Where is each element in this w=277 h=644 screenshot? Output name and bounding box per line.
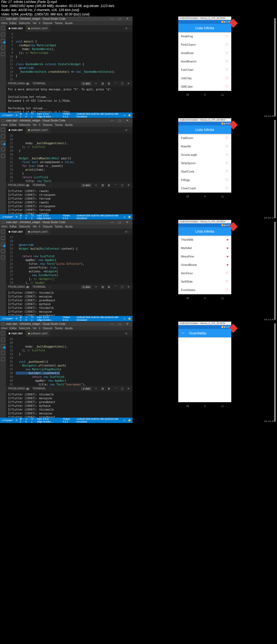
- warnings-count[interactable]: ⚠ 0: [25, 113, 29, 118]
- list-item[interactable]: AuntBranch♡: [178, 57, 231, 66]
- favorite-icon[interactable]: ♡: [225, 34, 229, 38]
- dart-version[interactable]: Dart: 2.0.0-edge.3c4dcc...: [37, 214, 61, 220]
- close-button[interactable]: ✕: [123, 17, 131, 21]
- device-selector[interactable]: Android SDK built for x86 (android-x86 E…: [77, 214, 121, 220]
- close-button[interactable]: ✕: [123, 220, 131, 224]
- feedback-button[interactable]: ☺: [123, 114, 126, 117]
- terminal[interactable]: I/flutter (19567): thickmilk I/flutter (…: [6, 392, 133, 418]
- info-count[interactable]: ⓘ 1: [31, 214, 35, 220]
- minimap[interactable]: [124, 133, 133, 182]
- panel-tab-terminal[interactable]: TERMINAL: [32, 285, 46, 288]
- sync-button[interactable]: ⟲: [15, 317, 18, 320]
- favorite-icon[interactable]: ♥: [226, 255, 229, 259]
- close-panel-button[interactable]: ✕: [127, 285, 130, 288]
- minimap[interactable]: [124, 235, 133, 284]
- menu-archivo[interactable]: chivo: [1, 327, 7, 330]
- more-icon[interactable]: ⋯: [128, 27, 131, 30]
- menu-depurar[interactable]: Depurar: [43, 225, 52, 228]
- home-button[interactable]: ○: [204, 93, 206, 96]
- tab-main-dart[interactable]: main.dart: [6, 127, 25, 133]
- panel-more[interactable]: ⋯: [49, 387, 51, 390]
- split-terminal-button[interactable]: ▥: [101, 82, 104, 85]
- menu-ver[interactable]: Ver: [33, 123, 37, 126]
- explorer-icon[interactable]: [1, 128, 5, 132]
- tab-main-dart[interactable]: main.dart: [6, 330, 25, 337]
- device-selector[interactable]: Android SDK built for x86 (android-x86 E…: [77, 316, 121, 321]
- tab-pubspec[interactable]: !pubspec.yaml: [25, 330, 50, 337]
- terminal-dropdown[interactable]: 1: dart: [81, 387, 91, 390]
- menu-ayuda[interactable]: Ayuda: [65, 123, 72, 126]
- device-selector[interactable]: Android SDK built for x86 (android-x86 E…: [77, 113, 121, 118]
- notifications-button[interactable]: 🔔: [128, 419, 131, 422]
- code-editor[interactable]: 17 18 19 20 21 22 23 24 25 26 27 28 29 3…: [6, 235, 124, 284]
- recents-button[interactable]: □: [222, 404, 223, 408]
- panel-tab-terminal[interactable]: TERMINAL: [32, 184, 46, 187]
- dart-version[interactable]: Dart: 2.0.0-edge.3c4dcc...: [37, 316, 61, 321]
- info-count[interactable]: ⓘ 1: [31, 315, 35, 322]
- minimize-button[interactable]: —: [108, 119, 116, 122]
- tab-main-dart[interactable]: main.dart: [6, 25, 25, 32]
- close-panel-button[interactable]: ✕: [127, 387, 130, 390]
- favorite-icon[interactable]: ♡: [225, 153, 229, 157]
- menu-archivo[interactable]: chivo: [1, 123, 7, 126]
- more-icon[interactable]: ⋯: [128, 332, 131, 335]
- favorite-icon[interactable]: ♡: [225, 178, 229, 182]
- warnings-count[interactable]: ⚠ 0: [25, 418, 29, 423]
- git-branch[interactable]: ⎇ master*: [2, 317, 13, 320]
- list-item[interactable]: ClearCrash♡: [178, 184, 231, 193]
- list-view[interactable]: [178, 337, 231, 402]
- home-button[interactable]: ○: [204, 404, 206, 408]
- panel-tab-problems[interactable]: PROBLEMAS 3: [8, 184, 29, 187]
- flutter-version[interactable]: Flutter: 0.3.1: [63, 214, 74, 220]
- code-editor[interactable]: 4 5 6 7 8 9 10 11 12 13 14 15 16 17 18 1…: [6, 32, 124, 81]
- terminal-dropdown[interactable]: 1: dart: [81, 82, 91, 85]
- panel-tab-problems[interactable]: PROBLEMAS 3: [8, 82, 29, 85]
- home-button[interactable]: ○: [204, 195, 206, 198]
- debug-icon[interactable]: [1, 46, 5, 49]
- panel-more[interactable]: ⋯: [49, 184, 51, 187]
- explorer-icon[interactable]: [1, 230, 5, 233]
- recents-button[interactable]: □: [222, 93, 223, 96]
- panel-tab-terminal[interactable]: TERMINAL: [32, 387, 46, 390]
- extensions-icon[interactable]: [1, 52, 5, 56]
- menu-tareas[interactable]: Tareas: [55, 123, 63, 126]
- search-icon[interactable]: [1, 33, 5, 37]
- device-selector[interactable]: Android SDK built for x86 (android-x86 E…: [77, 418, 121, 423]
- debug-icon[interactable]: [1, 147, 5, 151]
- toggle-panel-button[interactable]: ▢: [120, 184, 124, 187]
- search-icon[interactable]: [1, 134, 5, 138]
- favorite-icon[interactable]: ♡: [225, 280, 229, 284]
- debug-icon[interactable]: [1, 351, 5, 355]
- flutter-version[interactable]: Flutter: 0.3.1: [63, 418, 74, 423]
- notifications-button[interactable]: 🔔: [128, 114, 131, 117]
- list-item[interactable]: FairChart♡: [178, 66, 231, 74]
- minimize-button[interactable]: —: [108, 17, 116, 20]
- errors-count[interactable]: ⊗ 2: [20, 316, 23, 321]
- list-item[interactable]: FrontSales♡: [178, 286, 231, 294]
- list-item[interactable]: JobClay♡: [178, 74, 231, 82]
- back-button[interactable]: ◁: [186, 194, 188, 198]
- sync-button[interactable]: ⟲: [15, 216, 18, 218]
- favorite-icon[interactable]: ♡: [225, 170, 229, 174]
- menu-ayuda[interactable]: Ayuda: [65, 22, 72, 25]
- menu-depurar[interactable]: Depurar: [43, 327, 52, 330]
- notifications-button[interactable]: 🔔: [128, 317, 131, 320]
- favorite-icon[interactable]: ♡: [225, 51, 229, 55]
- back-button[interactable]: ◁: [186, 93, 188, 96]
- close-panel-button[interactable]: ✕: [127, 82, 130, 85]
- new-terminal-button[interactable]: +: [94, 387, 98, 390]
- menu-tareas[interactable]: Tareas: [55, 327, 63, 330]
- more-icon[interactable]: ⋯: [128, 128, 131, 131]
- notifications-button[interactable]: 🔔: [128, 216, 131, 218]
- sync-button[interactable]: ⟲: [15, 114, 18, 117]
- toggle-panel-button[interactable]: ▢: [120, 285, 124, 288]
- git-branch[interactable]: ⎇ master*: [2, 114, 13, 117]
- menu-editar[interactable]: Editar: [9, 327, 17, 330]
- maximize-button[interactable]: ▢: [116, 17, 123, 21]
- panel-tab-problems[interactable]: PROBLEMAS 3: [8, 387, 29, 390]
- list-item[interactable]: FitEgg♡: [178, 176, 231, 184]
- menu-seleccion[interactable]: Selección: [19, 123, 30, 126]
- panel-more[interactable]: ⋯: [49, 285, 51, 288]
- menu-ir[interactable]: Ir: [39, 327, 41, 330]
- list-view[interactable]: FatRoom♡ RawSki♡ GrossLaugh♡ StripSpoon♡…: [178, 134, 231, 193]
